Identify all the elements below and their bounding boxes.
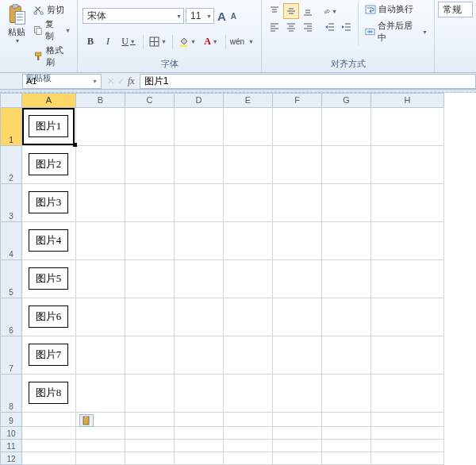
image-object-3[interactable]: 图片3 [29,191,68,213]
cell[interactable] [125,413,175,427]
cell[interactable] [22,452,76,465]
align-middle-button[interactable] [283,3,299,19]
cell[interactable] [224,260,273,298]
align-top-button[interactable] [267,3,282,19]
cell[interactable] [224,440,273,452]
border-button[interactable]: ▼ [147,34,169,50]
cell[interactable] [125,452,175,465]
cell[interactable] [125,336,175,375]
cell[interactable] [224,108,273,146]
cell[interactable] [273,375,322,413]
underline-button[interactable]: U▼ [117,34,140,50]
row-header-5[interactable]: 5 [0,260,22,298]
image-object-7[interactable]: 图片7 [29,344,68,366]
cell[interactable] [125,184,175,222]
col-header-A[interactable]: A [22,93,76,108]
cell[interactable] [371,184,444,222]
cell[interactable] [175,260,224,298]
cell[interactable] [224,298,273,336]
align-bottom-button[interactable] [300,3,316,19]
cell[interactable] [175,298,224,336]
cell[interactable] [224,222,273,260]
cell[interactable] [76,146,125,184]
cell[interactable] [175,413,224,427]
image-object-6[interactable]: 图片6 [29,306,68,328]
cell[interactable] [76,452,125,465]
cell[interactable] [322,108,371,146]
formula-bar[interactable]: 图片1 [140,74,476,89]
row-header-7[interactable]: 7 [0,336,22,375]
cell[interactable] [125,298,175,336]
cell[interactable] [175,452,224,465]
cell[interactable] [273,427,322,440]
cell[interactable] [175,146,224,184]
cell[interactable] [371,413,444,427]
col-header-F[interactable]: F [273,93,322,108]
cell[interactable] [125,108,175,146]
col-header-G[interactable]: G [322,93,371,108]
cell[interactable] [76,427,125,440]
cell[interactable] [273,108,322,146]
cell[interactable] [371,440,444,452]
cell[interactable] [273,452,322,465]
cell[interactable] [224,146,273,184]
cell[interactable] [175,222,224,260]
cell[interactable] [322,336,371,375]
cell[interactable] [175,440,224,452]
cell[interactable] [322,260,371,298]
image-object-5[interactable]: 图片5 [29,267,68,290]
format-painter-button[interactable]: 格式刷 [32,44,72,69]
cell[interactable] [273,146,322,184]
cell[interactable] [322,146,371,184]
cell[interactable] [371,108,444,146]
cell[interactable] [175,184,224,222]
cell[interactable] [22,413,76,427]
spreadsheet-grid[interactable]: A B C D E F G H 12345678910111213 图片1图片2… [0,93,476,465]
cell[interactable] [22,440,76,452]
cell[interactable] [371,336,444,375]
cell[interactable] [76,336,125,375]
cancel-icon[interactable]: ✕ [107,76,114,86]
image-object-1[interactable]: 图片1 [29,115,68,137]
cell[interactable] [322,452,371,465]
image-object-2[interactable]: 图片2 [29,153,68,175]
cell[interactable] [224,375,273,413]
cell[interactable] [322,427,371,440]
col-header-B[interactable]: B [76,93,125,108]
image-object-4[interactable]: 图片4 [29,229,68,252]
row-header-3[interactable]: 3 [0,184,22,222]
cell[interactable] [371,452,444,465]
align-center-button[interactable] [283,19,299,35]
number-format-combo[interactable]: 常规 [438,2,473,17]
row-header-12[interactable]: 12 [0,452,22,465]
wrap-text-button[interactable]: 自动换行 [362,2,431,17]
cell[interactable] [371,375,444,413]
cell[interactable] [273,222,322,260]
align-right-button[interactable] [300,19,316,35]
cell[interactable] [76,222,125,260]
row-header-11[interactable]: 11 [0,440,22,452]
bold-button[interactable]: B [83,34,98,50]
cell[interactable] [371,222,444,260]
shrink-font-button[interactable]: A [229,12,238,21]
increase-indent-button[interactable] [339,19,355,35]
cell[interactable] [76,184,125,222]
col-header-D[interactable]: D [175,93,224,108]
image-object-8[interactable]: 图片8 [29,382,68,404]
phonetic-button[interactable]: wén [229,34,245,50]
row-header-9[interactable]: 9 [0,413,22,427]
cell[interactable] [371,260,444,298]
enter-icon[interactable]: ✓ [117,76,125,86]
cell[interactable] [322,298,371,336]
col-header-C[interactable]: C [125,93,175,108]
cell[interactable] [175,336,224,375]
cell[interactable] [322,440,371,452]
cell[interactable] [125,222,175,260]
font-size-combo[interactable]: 11▼ [186,8,214,24]
cell[interactable] [76,260,125,298]
cell[interactable] [371,298,444,336]
decrease-indent-button[interactable] [322,19,338,35]
cell[interactable] [125,260,175,298]
cell[interactable] [76,108,125,146]
align-left-button[interactable] [267,19,282,35]
